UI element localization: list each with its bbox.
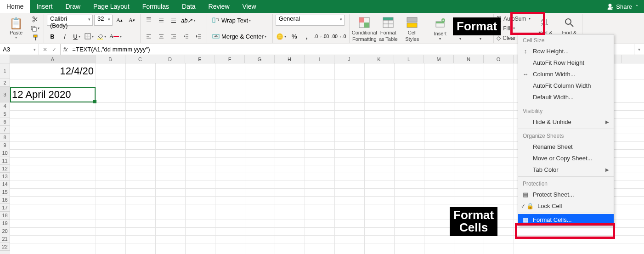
menu-protect-sheet[interactable]: ▤Protect Sheet... [518, 189, 614, 200]
expand-formula-bar-button[interactable]: ▾ [634, 44, 644, 55]
col-header-I[interactable]: I [305, 55, 334, 63]
row-header-16[interactable]: 16 [0, 196, 10, 204]
col-header-E[interactable]: E [185, 55, 215, 63]
bold-button[interactable]: B [47, 31, 58, 42]
accounting-format-button[interactable]: 🪙▾ [276, 31, 288, 42]
row-header-22[interactable]: 22 [0, 243, 10, 251]
conditional-formatting-button[interactable]: ConditionalFormatting [352, 15, 376, 43]
comma-format-button[interactable]: , [301, 31, 312, 42]
row-header-13[interactable]: 13 [0, 173, 10, 181]
row-header-20[interactable]: 20 [0, 227, 10, 235]
menu-tab-color[interactable]: Tab Color▶ [518, 164, 614, 175]
align-right-button[interactable] [168, 31, 179, 42]
underline-button[interactable]: U▾ [72, 31, 83, 42]
col-header-M[interactable]: M [424, 55, 454, 63]
decrease-font-button[interactable]: A▾ [126, 15, 137, 26]
col-header-J[interactable]: J [334, 55, 364, 63]
font-color-button[interactable]: A▾ [109, 31, 123, 42]
col-header-B[interactable]: B [96, 55, 125, 63]
cell-A1[interactable]: 12/4/20 [10, 63, 96, 79]
menu-default-width[interactable]: Default Width... [518, 91, 614, 103]
menu-hide-unhide[interactable]: Hide & Unhide▶ [518, 116, 614, 128]
row-header-12[interactable]: 12 [0, 165, 10, 173]
font-size-select[interactable]: 32 [94, 15, 113, 26]
row-header-19[interactable]: 19 [0, 220, 10, 227]
increase-decimal-button[interactable]: .0→.00 [314, 31, 329, 42]
align-bottom-button[interactable] [168, 15, 179, 26]
percent-format-button[interactable]: % [289, 31, 300, 42]
menu-column-width[interactable]: ↔Column Width... [518, 68, 614, 80]
decrease-indent-button[interactable] [181, 31, 192, 42]
format-as-table-button[interactable]: Formatas Table [376, 15, 400, 43]
fill-color-button[interactable]: ▾ [96, 31, 107, 42]
increase-indent-button[interactable] [193, 31, 204, 42]
row-header-17[interactable]: 17 [0, 204, 10, 212]
row-header-11[interactable]: 11 [0, 157, 10, 165]
menu-move-copy-sheet[interactable]: Move or Copy Sheet... [518, 152, 614, 164]
col-header-N[interactable]: N [454, 55, 484, 63]
paste-button[interactable]: 📋 Paste ▾ [6, 17, 27, 40]
insert-cells-button[interactable]: + Insert▾ [430, 15, 450, 43]
menu-rename-sheet[interactable]: Rename Sheet [518, 141, 614, 152]
share-button[interactable]: Share ⌃ [601, 0, 644, 13]
borders-button[interactable]: ▾ [84, 31, 95, 42]
copy-button[interactable]: ▾ [30, 24, 41, 33]
number-format-select[interactable]: General [276, 15, 345, 26]
cut-button[interactable] [30, 15, 41, 23]
row-header-21[interactable]: 21 [0, 235, 10, 243]
row-header-7[interactable]: 7 [0, 126, 10, 134]
increase-font-button[interactable]: A▴ [114, 15, 125, 26]
col-header-C[interactable]: C [125, 55, 155, 63]
align-top-button[interactable] [143, 15, 154, 26]
col-header-O[interactable]: O [484, 55, 514, 63]
col-header-A[interactable]: A [10, 55, 96, 63]
row-header-2[interactable]: 2 [0, 79, 10, 87]
merge-center-button[interactable]: Merge & Center▾ [210, 31, 270, 42]
row-header-9[interactable]: 9 [0, 141, 10, 149]
menu-autofit-row-height[interactable]: AutoFit Row Height [518, 57, 614, 68]
row-header-1[interactable]: 1 [0, 63, 10, 79]
col-header-D[interactable]: D [155, 55, 185, 63]
tab-insert[interactable]: Insert [30, 0, 59, 13]
tab-formulas[interactable]: Formulas [136, 0, 175, 13]
col-header-L[interactable]: L [394, 55, 424, 63]
row-header-14[interactable]: 14 [0, 181, 10, 188]
orientation-button[interactable]: ab↗▾ [181, 15, 197, 26]
menu-row-height[interactable]: ↕Row Height... [518, 45, 614, 57]
col-header-G[interactable]: G [245, 55, 275, 63]
name-box[interactable]: A3 [0, 44, 39, 55]
menu-lock-cell[interactable]: ✓🔒Lock Cell [518, 200, 614, 212]
row-header-4[interactable]: 4 [0, 102, 10, 110]
cell-styles-button[interactable]: CellStyles [400, 15, 424, 43]
row-header-10[interactable]: 10 [0, 149, 10, 157]
row-header-18[interactable]: 18 [0, 212, 10, 220]
row-header-6[interactable]: 6 [0, 118, 10, 126]
menu-autofit-column-width[interactable]: AutoFit Column Width [518, 80, 614, 91]
tab-home[interactable]: Home [0, 0, 30, 13]
decrease-decimal-button[interactable]: .00→.0 [331, 31, 346, 42]
wrap-text-button[interactable]: Wrap Text▾ [210, 15, 254, 26]
align-center-button[interactable] [156, 31, 167, 42]
chevron-up-icon: ⌃ [635, 4, 638, 9]
align-left-button[interactable] [143, 31, 154, 42]
align-middle-button[interactable] [156, 15, 167, 26]
row-header-8[interactable]: 8 [0, 134, 10, 141]
accept-formula-button[interactable]: ✓ [50, 46, 58, 53]
select-all-corner[interactable] [0, 55, 10, 63]
tab-page-layout[interactable]: Page Layout [87, 0, 136, 13]
cancel-formula-button[interactable]: ✕ [41, 46, 49, 53]
format-painter-button[interactable] [30, 34, 41, 42]
row-header-15[interactable]: 15 [0, 188, 10, 196]
row-header-5[interactable]: 5 [0, 110, 10, 118]
row-header-3[interactable]: 3 [0, 87, 10, 102]
font-name-select[interactable]: Calibri (Body) [47, 15, 93, 26]
tab-view[interactable]: View [236, 0, 263, 13]
tab-draw[interactable]: Draw [59, 0, 87, 13]
tab-data[interactable]: Data [175, 0, 202, 13]
col-header-F[interactable]: F [215, 55, 245, 63]
col-header-H[interactable]: H [275, 55, 305, 63]
col-header-K[interactable]: K [364, 55, 394, 63]
italic-button[interactable]: I [59, 31, 70, 42]
tab-review[interactable]: Review [202, 0, 236, 13]
fill-handle[interactable] [93, 100, 96, 103]
